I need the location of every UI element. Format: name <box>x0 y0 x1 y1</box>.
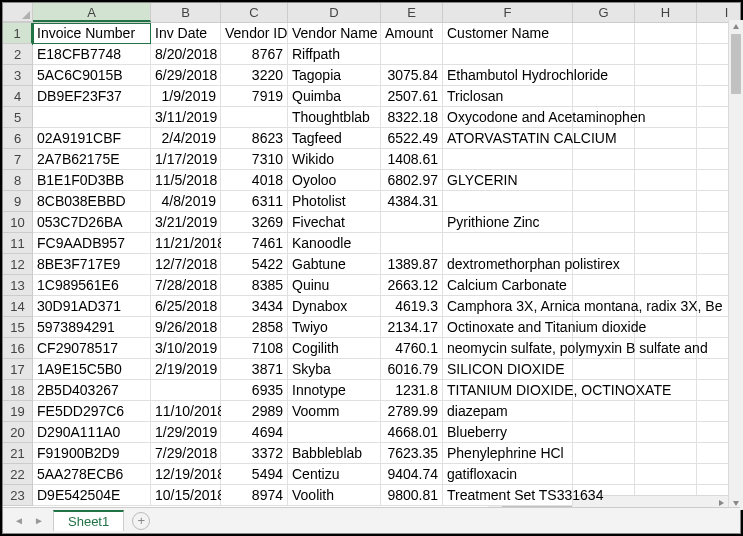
select-all-corner[interactable] <box>3 3 33 23</box>
cell-E19[interactable]: 2789.99 <box>381 401 443 422</box>
cell-F22[interactable]: gatifloxacin <box>443 464 573 485</box>
cell-F21[interactable]: Phenylephrine HCl <box>443 443 573 464</box>
cell-B6[interactable]: 2/4/2019 <box>151 128 221 149</box>
cell-A9[interactable]: 8CB038EBBD <box>33 191 151 212</box>
cell-B17[interactable]: 2/19/2019 <box>151 359 221 380</box>
cell-E3[interactable]: 3075.84 <box>381 65 443 86</box>
cell-E2[interactable] <box>381 44 443 65</box>
cell-F12[interactable]: dextromethorphan polistirex <box>443 254 573 275</box>
cell-C5[interactable] <box>221 107 288 128</box>
cell-D10[interactable]: Fivechat <box>288 212 381 233</box>
cell-B15[interactable]: 9/26/2018 <box>151 317 221 338</box>
cell-D12[interactable]: Gabtune <box>288 254 381 275</box>
col-header-B[interactable]: B <box>151 3 221 22</box>
cell-D4[interactable]: Quimba <box>288 86 381 107</box>
cell-D22[interactable]: Centizu <box>288 464 381 485</box>
cell-G21[interactable] <box>573 443 635 464</box>
cell-E11[interactable] <box>381 233 443 254</box>
cell-D8[interactable]: Oyoloo <box>288 170 381 191</box>
cell-D18[interactable]: Innotype <box>288 380 381 401</box>
cell-F11[interactable] <box>443 233 573 254</box>
cell-B2[interactable]: 8/20/2018 <box>151 44 221 65</box>
col-header-E[interactable]: E <box>381 3 443 22</box>
cell-B16[interactable]: 3/10/2019 <box>151 338 221 359</box>
cell-C18[interactable]: 6935 <box>221 380 288 401</box>
cell-C8[interactable]: 4018 <box>221 170 288 191</box>
row-header[interactable]: 14 <box>3 296 33 317</box>
cell-D7[interactable]: Wikido <box>288 149 381 170</box>
cell-A10[interactable]: 053C7D26BA <box>33 212 151 233</box>
sheet-tab[interactable]: Sheet1 <box>53 510 124 531</box>
cell-G22[interactable] <box>573 464 635 485</box>
cell-A6[interactable]: 02A9191CBF <box>33 128 151 149</box>
cell-F7[interactable] <box>443 149 573 170</box>
cell-C10[interactable]: 3269 <box>221 212 288 233</box>
cell-E7[interactable]: 1408.61 <box>381 149 443 170</box>
col-header-F[interactable]: F <box>443 3 573 22</box>
cell-F15[interactable]: Octinoxate and Titanium dioxide <box>443 317 573 338</box>
cell-D20[interactable] <box>288 422 381 443</box>
cell-D5[interactable]: Thoughtblab <box>288 107 381 128</box>
row-header[interactable]: 22 <box>3 464 33 485</box>
cell-C22[interactable]: 5494 <box>221 464 288 485</box>
cell-B11[interactable]: 11/21/2018 <box>151 233 221 254</box>
vertical-scrollbar[interactable] <box>728 20 743 510</box>
cell-A15[interactable]: 5973894291 <box>33 317 151 338</box>
cell-B21[interactable]: 7/29/2018 <box>151 443 221 464</box>
cell-C21[interactable]: 3372 <box>221 443 288 464</box>
cell-B8[interactable]: 11/5/2018 <box>151 170 221 191</box>
row-header[interactable]: 5 <box>3 107 33 128</box>
cell-A22[interactable]: 5AA278ECB6 <box>33 464 151 485</box>
cell-F6[interactable]: ATORVASTATIN CALCIUM <box>443 128 573 149</box>
row-header[interactable]: 15 <box>3 317 33 338</box>
cell-G11[interactable] <box>573 233 635 254</box>
row-header[interactable]: 4 <box>3 86 33 107</box>
col-header-C[interactable]: C <box>221 3 288 22</box>
cell-F9[interactable] <box>443 191 573 212</box>
cell-F10[interactable]: Pyrithione Zinc <box>443 212 573 233</box>
cell-H12[interactable] <box>635 254 697 275</box>
cell-G2[interactable] <box>573 44 635 65</box>
cell-A12[interactable]: 8BE3F717E9 <box>33 254 151 275</box>
row-header[interactable]: 11 <box>3 233 33 254</box>
row-header[interactable]: 13 <box>3 275 33 296</box>
cell-G1[interactable] <box>573 23 635 44</box>
cell-C19[interactable]: 2989 <box>221 401 288 422</box>
cell-E18[interactable]: 1231.8 <box>381 380 443 401</box>
cell-D9[interactable]: Photolist <box>288 191 381 212</box>
row-header[interactable]: 9 <box>3 191 33 212</box>
cell-H13[interactable] <box>635 275 697 296</box>
cell-E21[interactable]: 7623.35 <box>381 443 443 464</box>
row-header[interactable]: 7 <box>3 149 33 170</box>
cell-C13[interactable]: 8385 <box>221 275 288 296</box>
cell-E17[interactable]: 6016.79 <box>381 359 443 380</box>
cell-C17[interactable]: 3871 <box>221 359 288 380</box>
cell-F14[interactable]: Camphora 3X, Arnica montana, radix 3X, B… <box>443 296 573 317</box>
cell-B13[interactable]: 7/28/2018 <box>151 275 221 296</box>
cell-E4[interactable]: 2507.61 <box>381 86 443 107</box>
cell-A16[interactable]: CF29078517 <box>33 338 151 359</box>
col-header-D[interactable]: D <box>288 3 381 22</box>
row-header[interactable]: 6 <box>3 128 33 149</box>
cell-F19[interactable]: diazepam <box>443 401 573 422</box>
cell-E15[interactable]: 2134.17 <box>381 317 443 338</box>
cell-E14[interactable]: 4619.3 <box>381 296 443 317</box>
cell-H4[interactable] <box>635 86 697 107</box>
cell-B5[interactable]: 3/11/2019 <box>151 107 221 128</box>
cell-C7[interactable]: 7310 <box>221 149 288 170</box>
cell-F18[interactable]: TITANIUM DIOXIDE, OCTINOXATE <box>443 380 573 401</box>
col-header-A[interactable]: A <box>33 3 151 22</box>
row-header[interactable]: 3 <box>3 65 33 86</box>
cell-B12[interactable]: 12/7/2018 <box>151 254 221 275</box>
cell-C1[interactable]: Vendor ID <box>221 23 288 44</box>
cell-H8[interactable] <box>635 170 697 191</box>
cell-H20[interactable] <box>635 422 697 443</box>
cell-H7[interactable] <box>635 149 697 170</box>
cell-H9[interactable] <box>635 191 697 212</box>
cell-F16[interactable]: neomycin sulfate, polymyxin B sulfate an… <box>443 338 573 359</box>
cell-A14[interactable]: 30D91AD371 <box>33 296 151 317</box>
add-sheet-button[interactable]: + <box>132 512 150 530</box>
cell-G9[interactable] <box>573 191 635 212</box>
cell-G8[interactable] <box>573 170 635 191</box>
cell-B9[interactable]: 4/8/2019 <box>151 191 221 212</box>
